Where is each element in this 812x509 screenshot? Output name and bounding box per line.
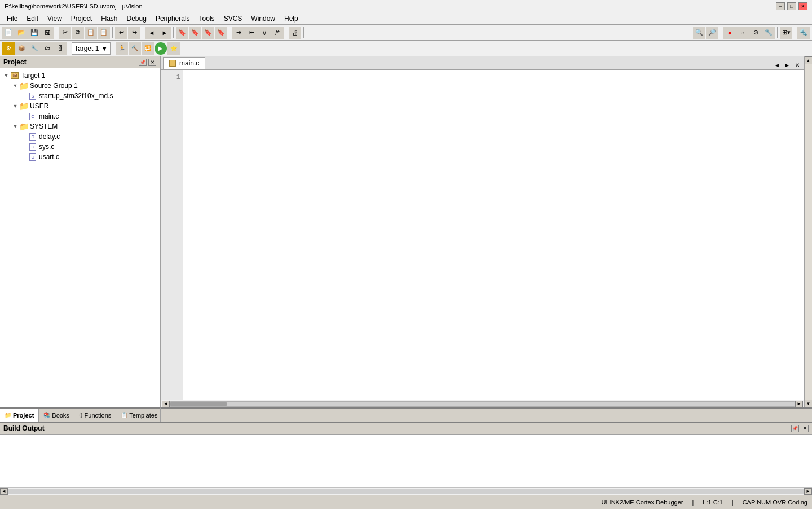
v-scroll-up-btn[interactable]: ▲ — [805, 56, 813, 64]
build-output-pin-button[interactable]: 📌 — [791, 425, 799, 432]
indent-button[interactable]: ⇥ — [232, 27, 245, 39]
tree-source-group-1[interactable]: ▼ 📁 Source Group 1 — [0, 81, 160, 91]
sep2 — [112, 27, 113, 38]
bookmark3-button[interactable]: 🔖 — [202, 27, 214, 39]
debug-btn3[interactable]: 🔁 — [142, 42, 154, 55]
tab-left-button[interactable]: ◄ — [773, 60, 782, 69]
target-dropdown[interactable]: Target 1 ▼ — [72, 42, 111, 55]
menu-debug[interactable]: Debug — [122, 14, 151, 24]
menu-project[interactable]: Project — [67, 14, 96, 24]
copy-button[interactable]: ⧉ — [72, 27, 84, 39]
code-area[interactable] — [183, 70, 804, 400]
menu-tools[interactable]: Tools — [195, 14, 219, 24]
sys-c-icon: C — [28, 142, 37, 151]
project-pin-button[interactable]: 📌 — [139, 59, 147, 66]
menu-help[interactable]: Help — [280, 14, 303, 24]
new-file-button[interactable]: 📄 — [2, 27, 15, 39]
project-close-button[interactable]: ✕ — [148, 59, 156, 66]
tree-main-c[interactable]: C main.c — [0, 111, 160, 121]
v-scroll-track[interactable] — [805, 64, 812, 400]
h-scroll-left-btn[interactable]: ◄ — [162, 401, 170, 407]
debug-btn1[interactable]: 🏃 — [116, 42, 128, 55]
nav-fwd-button[interactable]: ► — [158, 27, 171, 39]
h-scroll-track[interactable] — [170, 401, 795, 407]
tab-right-button[interactable]: ► — [783, 60, 792, 69]
view-options-button[interactable]: ⊞▾ — [780, 27, 792, 39]
target-toggle[interactable]: ▼ — [2, 72, 10, 80]
open-file-button[interactable]: 📂 — [15, 27, 28, 39]
tab-project[interactable]: 📁 Project — [0, 409, 39, 422]
system-folder-label: SYSTEM — [30, 122, 58, 130]
tab-templates[interactable]: 📋 Templates — [116, 409, 162, 422]
menu-view[interactable]: View — [43, 14, 67, 24]
menu-window[interactable]: Window — [246, 14, 280, 24]
build-output-close-button[interactable]: ✕ — [801, 425, 809, 432]
target-btn5[interactable]: 🗄 — [54, 42, 67, 55]
unindent-button[interactable]: ⇤ — [245, 27, 258, 39]
right-scrollbar: ▲ ▼ — [804, 56, 812, 407]
break-settings-button[interactable]: 🔧 — [762, 27, 775, 39]
search-button[interactable]: 🔍 — [693, 27, 705, 39]
paste-button[interactable]: 📋 — [85, 27, 97, 39]
save-button[interactable]: 💾 — [28, 27, 41, 39]
system-folder-toggle[interactable]: ▼ — [11, 122, 19, 130]
h-scroll-right-btn[interactable]: ► — [795, 401, 803, 407]
bookmark4-button[interactable]: 🔖 — [215, 27, 227, 39]
v-scroll-down-btn[interactable]: ▼ — [805, 400, 813, 407]
sep3 — [143, 27, 143, 38]
debug-btn4[interactable]: ▶ — [155, 42, 167, 55]
debug-btn2[interactable]: 🔨 — [129, 42, 141, 55]
print-button[interactable]: 🖨 — [289, 27, 301, 39]
status-encoding: CAP NUM OVR Coding — [743, 499, 807, 506]
tab-functions[interactable]: {} Functions — [74, 409, 116, 422]
menu-peripherals[interactable]: Peripherals — [151, 14, 195, 24]
breakpoint-button[interactable]: ● — [723, 27, 736, 39]
tree-target-1[interactable]: ▼ 📦 Target 1 — [0, 71, 160, 81]
config-button[interactable]: 🔩 — [797, 27, 810, 39]
save-all-button[interactable]: 🖫 — [41, 27, 54, 39]
target-options-button[interactable]: ⚙ — [2, 42, 15, 55]
tree-sys-c[interactable]: C sys.c — [0, 142, 160, 152]
breakpoint2-button[interactable]: ○ — [736, 27, 749, 39]
tab-close-button[interactable]: ✕ — [793, 60, 802, 69]
build-h-scroll-right[interactable]: ► — [804, 488, 812, 495]
tree-system-folder[interactable]: ▼ 📁 SYSTEM — [0, 121, 160, 131]
menu-svcs[interactable]: SVCS — [219, 14, 247, 24]
build-h-scroll-track[interactable] — [8, 489, 804, 494]
menu-edit[interactable]: Edit — [22, 14, 43, 24]
cut-button[interactable]: ✂ — [59, 27, 71, 39]
maximize-button[interactable]: □ — [787, 2, 796, 10]
build-h-scroll-left[interactable]: ◄ — [0, 488, 8, 495]
undo-button[interactable]: ↩ — [115, 27, 127, 39]
user-folder-toggle[interactable]: ▼ — [11, 102, 19, 110]
paste2-button[interactable]: 📋 — [98, 27, 110, 39]
bookmark2-button[interactable]: 🔖 — [189, 27, 201, 39]
clear-break-button[interactable]: ⊘ — [749, 27, 762, 39]
tree-user-folder[interactable]: ▼ 📁 USER — [0, 101, 160, 111]
build-output-content — [0, 435, 812, 487]
target-btn4[interactable]: 🗂 — [41, 42, 54, 55]
tab-books[interactable]: 📚 Books — [39, 409, 74, 422]
close-button[interactable]: ✕ — [798, 2, 807, 10]
toolbar1: 📄 📂 💾 🖫 ✂ ⧉ 📋 📋 ↩ ↪ ◄ ► 🔖 🔖 🔖 🔖 ⇥ ⇤ // /… — [0, 25, 812, 41]
menu-file[interactable]: File — [2, 14, 22, 24]
debug-btn5[interactable]: ⭐ — [167, 42, 180, 55]
tab-main-c[interactable]: main.c — [163, 57, 205, 69]
uncomment-button[interactable]: /* — [271, 27, 284, 39]
menu-flash[interactable]: Flash — [96, 14, 122, 24]
redo-button[interactable]: ↪ — [128, 27, 140, 39]
minimize-button[interactable]: − — [776, 2, 785, 10]
tree-delay-c[interactable]: C delay.c — [0, 131, 160, 142]
target-1-label: Target 1 — [21, 72, 45, 80]
search2-button[interactable]: 🔎 — [706, 27, 718, 39]
target-btn3[interactable]: 🔧 — [28, 42, 41, 55]
comment-button[interactable]: // — [258, 27, 271, 39]
target-btn2[interactable]: 📦 — [15, 42, 28, 55]
source-group-toggle[interactable]: ▼ — [11, 82, 19, 90]
bookmark1-button[interactable]: 🔖 — [176, 27, 188, 39]
nav-back-button[interactable]: ◄ — [145, 27, 158, 39]
editor-horizontal-scrollbar[interactable]: ◄ ► — [161, 400, 804, 407]
tree-startup-file[interactable]: S startup_stm32f10x_md.s — [0, 91, 160, 101]
tab-books-label: Books — [52, 412, 69, 419]
tree-usart-c[interactable]: C usart.c — [0, 152, 160, 162]
